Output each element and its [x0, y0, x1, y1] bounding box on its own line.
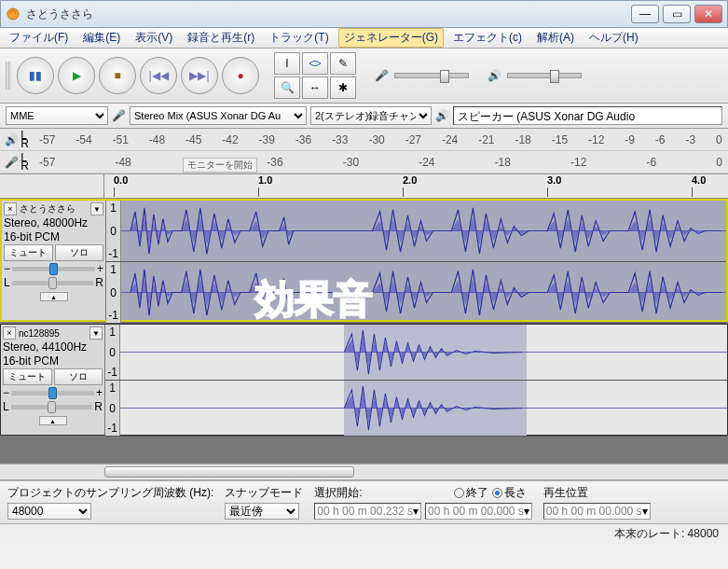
speaker-icon: 🔊 [488, 69, 501, 82]
pos-label: 再生位置 [543, 485, 651, 501]
menu-transport[interactable]: 録音と再生(r) [182, 28, 260, 48]
titlebar: さとうささら — ▭ ✕ [0, 0, 728, 28]
record-button[interactable]: ● [222, 57, 259, 94]
length-radio[interactable]: 長さ [492, 485, 527, 501]
envelope-tool[interactable] [302, 52, 328, 75]
status-rate: 本来のレート: 48000 [614, 526, 719, 542]
maximize-button[interactable]: ▭ [663, 5, 691, 23]
play-pos-time[interactable]: 00 h 00 m 00.000 s▾ [543, 503, 651, 520]
window-title: さとうささら [26, 7, 627, 22]
stop-button[interactable]: ■ [99, 57, 136, 94]
mic-meter-icon: 🎤 [5, 156, 19, 169]
sel-start-label: 選択開始: [314, 485, 362, 501]
track-1: × さとうささら ▼ Stereo, 48000Hz 16-bit PCM ミュ… [0, 199, 728, 322]
host-select[interactable]: MME [6, 106, 108, 125]
timeshift-tool[interactable]: ↔ [302, 76, 328, 99]
track-2-waveform[interactable]: 10-1 10-1 [105, 325, 727, 435]
track-2-close[interactable]: × [3, 326, 16, 340]
output-device-select[interactable]: スピーカー (ASUS Xonar DG Audio [453, 106, 722, 125]
track-1-format2: 16-bit PCM [4, 230, 103, 243]
rate-label: プロジェクトのサンプリング周波数 (Hz): [7, 485, 213, 501]
playback-meter[interactable]: 🔊LR -57-54-51-48-45-42-39-36-33-30-27-24… [0, 129, 728, 151]
track-1-format1: Stereo, 48000Hz [4, 216, 103, 229]
mic-icon-2: 🎤 [112, 109, 126, 122]
track-1-waveform[interactable]: 10-1 10-1 効果音 [106, 201, 726, 320]
menu-tracks[interactable]: トラック(T) [264, 28, 334, 48]
menu-view[interactable]: 表示(V) [130, 28, 178, 48]
track-1-menu[interactable]: ▼ [90, 202, 103, 215]
status-bar: 本来のレート: 48000 [0, 523, 728, 544]
track-1-close[interactable]: × [4, 202, 17, 215]
speaker-meter-icon: 🔊 [5, 133, 19, 146]
track-2-format2: 16-bit PCM [3, 354, 103, 368]
tool-palette: I ✎ 🔍 ↔ ✱ [274, 52, 356, 99]
track-1-gain[interactable] [12, 267, 95, 271]
track-2-gain[interactable] [11, 391, 94, 396]
sel-start-time[interactable]: 00 h 00 m 00.232 s▾ [314, 503, 421, 520]
menu-effect[interactable]: エフェクト(c) [447, 28, 528, 48]
track-1-collapse[interactable]: ▲ [40, 292, 68, 301]
track-1-mute[interactable]: ミュート [4, 244, 53, 261]
mic-icon: 🎤 [375, 69, 389, 82]
track-2-panel: × nc128895 ▼ Stereo, 44100Hz 16-bit PCM … [1, 325, 105, 435]
track-2-collapse[interactable]: ▲ [39, 416, 67, 425]
minimize-button[interactable]: — [631, 5, 659, 23]
snap-label: スナップモード [225, 485, 303, 501]
track-2-solo[interactable]: ソロ [54, 368, 103, 385]
selection-tool[interactable]: I [274, 52, 300, 75]
rate-select[interactable]: 48000 [7, 503, 91, 520]
pause-button[interactable]: ▮▮ [17, 57, 54, 94]
track-2-pan[interactable] [11, 405, 93, 409]
mic-volume-section: 🎤 [375, 69, 469, 82]
track-1-pan[interactable] [12, 281, 94, 285]
play-button[interactable]: ▶ [58, 57, 95, 94]
timeline-ruler[interactable]: 0.01.02.03.04.0 [0, 174, 728, 199]
input-device-select[interactable]: Stereo Mix (ASUS Xonar DG Au [130, 106, 307, 125]
mic-volume-slider[interactable] [394, 73, 469, 78]
sel-len-time[interactable]: 00 h 00 m 00.000 s▾ [425, 503, 532, 520]
channels-select[interactable]: 2(ステレオ)録音チャン [310, 106, 432, 125]
track-2-name[interactable]: nc128895 [16, 328, 89, 339]
menu-generate[interactable]: ジェネレーター(G) [338, 28, 444, 48]
track-1-solo[interactable]: ソロ [55, 244, 104, 261]
snap-select[interactable]: 最近傍 [225, 503, 299, 520]
menu-analyze[interactable]: 解析(A) [531, 28, 580, 48]
skip-end-button[interactable]: ▶▶| [181, 57, 218, 94]
track-2: × nc128895 ▼ Stereo, 44100Hz 16-bit PCM … [0, 324, 728, 436]
monitor-start-label[interactable]: モニターを開始 [183, 158, 257, 173]
toolbar-area: ▮▮ ▶ ■ |◀◀ ▶▶| ● I ✎ 🔍 ↔ ✱ 🎤 🔊 [0, 49, 728, 104]
multi-tool[interactable]: ✱ [330, 76, 356, 99]
record-meter[interactable]: 🎤LR モニターを開始-57-48-42-36-30-24-18-12-60 [0, 151, 728, 173]
horizontal-scrollbar[interactable] [0, 464, 728, 480]
menubar: ファイル(F) 編集(E) 表示(V) 録音と再生(r) トラック(T) ジェネ… [0, 28, 728, 49]
track-2-menu[interactable]: ▼ [89, 326, 103, 340]
track-1-name[interactable]: さとうささら [17, 202, 90, 215]
meters: 🔊LR -57-54-51-48-45-42-39-36-33-30-27-24… [0, 129, 728, 174]
transport-controls: ▮▮ ▶ ■ |◀◀ ▶▶| ● [17, 57, 259, 94]
app-icon [6, 7, 21, 21]
track-2-format1: Stereo, 44100Hz [3, 340, 103, 354]
speaker-volume-slider[interactable] [507, 73, 582, 78]
zoom-tool[interactable]: 🔍 [274, 76, 300, 99]
end-radio[interactable]: 終了 [454, 485, 488, 501]
speaker-volume-section: 🔊 [488, 69, 582, 82]
tracks-area: × さとうささら ▼ Stereo, 48000Hz 16-bit PCM ミュ… [0, 199, 728, 464]
selection-bar: プロジェクトのサンプリング周波数 (Hz): 48000 スナップモード 最近傍… [0, 480, 728, 523]
speaker-icon-2: 🔊 [435, 109, 449, 122]
menu-help[interactable]: ヘルプ(H) [584, 28, 644, 48]
menu-edit[interactable]: 編集(E) [77, 28, 126, 48]
device-bar: MME 🎤 Stereo Mix (ASUS Xonar DG Au 2(ステレ… [0, 104, 728, 129]
draw-tool[interactable]: ✎ [330, 52, 356, 75]
menu-file[interactable]: ファイル(F) [4, 28, 74, 48]
track-1-panel: × さとうささら ▼ Stereo, 48000Hz 16-bit PCM ミュ… [2, 201, 106, 320]
close-button[interactable]: ✕ [694, 5, 722, 23]
skip-start-button[interactable]: |◀◀ [140, 57, 177, 94]
track-2-mute[interactable]: ミュート [3, 368, 52, 385]
toolbar-grip[interactable] [6, 62, 11, 90]
